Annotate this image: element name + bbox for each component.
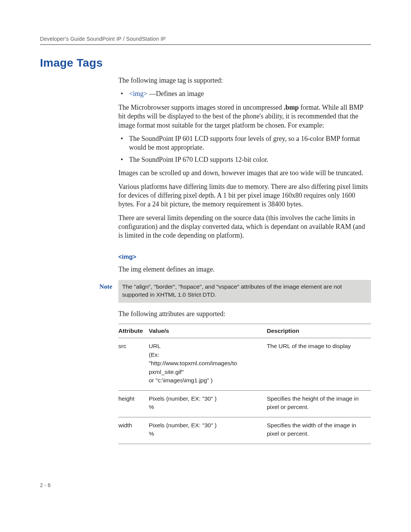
- paragraph: Images can be scrolled up and down, howe…: [118, 169, 371, 177]
- attr-cell: src: [118, 338, 149, 390]
- value-line: (Ex:: [149, 351, 263, 359]
- section-title: Image Tags: [40, 56, 371, 69]
- col-header-values: Value/s: [149, 324, 267, 338]
- attr-cell: height: [118, 390, 149, 417]
- list-item: The SoundPoint IP 670 LCD supports 12-bi…: [118, 155, 371, 164]
- desc-cell: Specifies the height of the image in pix…: [267, 390, 371, 417]
- running-header: Developer's Guide SoundPoint IP / SoundS…: [40, 36, 371, 42]
- attr-cell: width: [118, 417, 149, 444]
- value-line: "http://www.topxml.com/images/to pxml_si…: [149, 359, 263, 376]
- text: The Microbrowser supports images stored …: [118, 104, 284, 111]
- value-line: %: [149, 403, 263, 411]
- value-cell: Pixels (number, EX: "30" ) %: [149, 417, 267, 444]
- content-column-2: The following attributes are supported: …: [118, 310, 371, 444]
- attributes-table: Attribute Value/s Description src URL (E…: [118, 324, 371, 444]
- img-tag-link[interactable]: <img>: [129, 90, 147, 97]
- value-line: Pixels (number, EX: "30" ): [149, 421, 263, 430]
- value-line: %: [149, 430, 263, 438]
- page-body: Developer's Guide SoundPoint IP / SoundS…: [40, 36, 371, 444]
- list-item-text: —Defines an image: [149, 90, 204, 97]
- col-header-description: Description: [267, 324, 371, 338]
- value-line: Pixels (number, EX: "30" ): [149, 395, 263, 403]
- paragraph: There are several limits depending on th…: [118, 214, 371, 240]
- tag-list: <img> —Defines an image: [118, 89, 371, 98]
- list-item: <img> —Defines an image: [118, 89, 371, 98]
- value-cell: Pixels (number, EX: "30" ) %: [149, 390, 267, 417]
- note-label: Note: [40, 280, 118, 291]
- list-item: The SoundPoint IP 601 LCD supports four …: [118, 134, 371, 152]
- paragraph: Various platforms have differing limits …: [118, 182, 371, 209]
- img-subheading: <img>: [118, 253, 371, 261]
- paragraph: The img element defines an image.: [118, 265, 371, 274]
- value-line: or "c:\images\img1.jpg" ): [149, 376, 263, 385]
- page-number: 2 - 6: [40, 482, 51, 488]
- table-row: height Pixels (number, EX: "30" ) % Spec…: [118, 390, 371, 417]
- intro-paragraph: The following image tag is supported:: [118, 76, 371, 85]
- bold-text: .bmp: [284, 104, 299, 111]
- paragraph: The Microbrowser supports images stored …: [118, 103, 371, 130]
- value-cell: URL (Ex: "http://www.topxml.com/images/t…: [149, 338, 267, 390]
- table-row: src URL (Ex: "http://www.topxml.com/imag…: [118, 338, 371, 390]
- example-list: The SoundPoint IP 601 LCD supports four …: [118, 134, 371, 164]
- col-header-attribute: Attribute: [118, 324, 149, 338]
- value-line: URL: [149, 342, 263, 350]
- note-box: The "align", "border", "hspace", and "vs…: [118, 280, 371, 303]
- table-row: width Pixels (number, EX: "30" ) % Speci…: [118, 417, 371, 444]
- content-column: The following image tag is supported: <i…: [118, 76, 371, 274]
- note-block: Note The "align", "border", "hspace", an…: [40, 280, 371, 303]
- paragraph: The following attributes are supported:: [118, 310, 371, 318]
- desc-cell: Specifies the width of the image in pixe…: [267, 417, 371, 444]
- header-rule: [40, 44, 371, 45]
- desc-cell: The URL of the image to display: [267, 338, 371, 390]
- table-header-row: Attribute Value/s Description: [118, 324, 371, 338]
